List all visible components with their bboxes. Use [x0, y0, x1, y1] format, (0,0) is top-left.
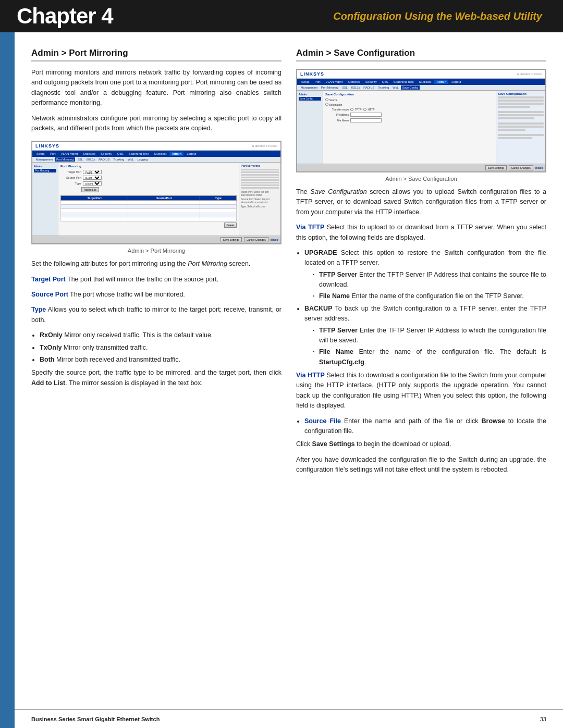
right-column: Admin > Save Configuration LINKSYS a div…: [296, 48, 546, 480]
nav-vlan: VLAN Mgmt: [59, 152, 80, 156]
linksys-logo-right: LINKSYS: [300, 71, 324, 77]
save-config-screenshot: LINKSYS a division of Cisco Setup Port V…: [296, 69, 546, 172]
nav-setup: Setup: [34, 152, 47, 156]
subnav-8021x: 802.1x: [85, 157, 97, 162]
bullet-both: Both Mirror both received and transmitte…: [40, 355, 282, 365]
left-intro-p1: Port mirroring monitors and mirrors netw…: [31, 68, 282, 108]
bullet-backup: BACKUP To back up the Switch configurati…: [304, 304, 546, 367]
add-to-list-button[interactable]: Add to List: [81, 187, 99, 192]
sub-tftp-server1: TFTP Server Enter the TFTP Server IP Add…: [313, 270, 546, 290]
chapter-title: Configuration Using the Web-based Utilit…: [333, 10, 546, 22]
linksys-ui-port-mirroring: LINKSYS a division of Cisco Setup Port V…: [32, 141, 281, 244]
save-config-right-panel: Save Configuration: [496, 91, 545, 164]
delete-button[interactable]: Delete: [224, 223, 237, 228]
tftp-bullet-list: UPGRADE Select this option to restore th…: [304, 248, 546, 367]
via-tftp-para: Via TFTP Select this to upload to or dow…: [296, 223, 546, 243]
nav-logout: Logout: [185, 152, 198, 156]
save-config-sidebar: Admin Save Config: [297, 91, 323, 164]
left-section-heading: Admin > Port Mirroring: [31, 48, 282, 61]
sub-file-name1: File Name Enter the name of the configur…: [313, 291, 546, 301]
linksys-footer-port: Save Settings Cancel Changes cisco: [32, 236, 280, 243]
linksys-ui-save-config: LINKSYS a division of Cisco Setup Port V…: [297, 69, 546, 172]
chapter-label: Chapter 4: [17, 4, 113, 29]
linksys-right-panel: Port Mirroring Target Port: Select the p…: [239, 163, 280, 236]
subnav-ssl: SSL: [76, 157, 84, 162]
content-area: Admin > Port Mirroring Port mirroring mo…: [15, 32, 563, 506]
type-para: Type Allows you to select which traffic …: [31, 305, 282, 325]
save-settings-button-port[interactable]: Save Settings: [221, 237, 242, 242]
after-download-text: After you have downloaded the configurat…: [296, 455, 546, 475]
click-save-text: Click Save Settings to begin the downloa…: [296, 439, 546, 449]
save-config-main: Save Configuration Source Destination Tr…: [323, 91, 496, 164]
bullet-source-file: Source File Enter the name and path of t…: [304, 416, 546, 437]
left-intro-p2: Network administrators configure port mi…: [31, 114, 282, 134]
linksys-nav: Setup Port VLAN Mgmt Statistics Security…: [32, 151, 280, 157]
port-mirroring-table: TargetPort SourcePort Type: [60, 195, 237, 221]
save-config-body: Admin Save Config Save Configuration Sou…: [297, 91, 545, 164]
cancel-changes-button-save[interactable]: Cancel Changes: [509, 165, 533, 170]
right-intro-text: The Save Configuration screen allows you…: [296, 187, 546, 217]
two-column-layout: Admin > Port Mirroring Port mirroring mo…: [31, 48, 546, 480]
http-bullet-list: Source File Enter the name and path of t…: [304, 416, 546, 437]
subnav-wol: WoL: [126, 157, 135, 162]
left-column: Admin > Port Mirroring Port mirroring mo…: [31, 48, 282, 480]
subnav-logging: Logging: [136, 157, 150, 162]
nav-qos: QoS: [115, 152, 126, 156]
right-section-heading: Admin > Save Configuration: [296, 48, 546, 61]
nav-multicast: Multicast: [152, 152, 169, 156]
subnav-radius: RADIUS: [97, 157, 111, 162]
source-port-para: Source Port The port whose traffic will …: [31, 290, 282, 300]
nav-port: Port: [48, 152, 58, 156]
sub-file-name2: File Name Enter the name of the configur…: [313, 347, 546, 367]
footer-right-text: 33: [540, 716, 546, 722]
specify-text: Specify the source port, the traffic typ…: [31, 368, 282, 388]
bullet-txonly: TxOnly Mirror only transmitted traffic.: [40, 343, 282, 353]
linksys-subnav-right: Management Port Mirroring SSL 802.1x RAD…: [297, 85, 545, 91]
post-screenshot-text: Set the following attributes for port mi…: [31, 259, 282, 269]
linksys-main-content: Port Mirroring Target Port Fa1/1 ▼ Sourc…: [58, 163, 239, 236]
linksys-body: Admin Port Mirroring Port Mirroring Targ…: [32, 163, 280, 236]
via-http-para: Via HTTP Select this to download a confi…: [296, 371, 546, 411]
footer-left-text: Business Series Smart Gigabit Ethernet S…: [31, 716, 160, 722]
page-footer: Business Series Smart Gigabit Ethernet S…: [15, 709, 563, 728]
port-mirroring-caption: Admin > Port Mirroring: [31, 248, 282, 254]
sidebar-stripe: [0, 32, 15, 728]
nav-spanning: Spanning Tree: [127, 152, 151, 156]
sub-tftp-server2: TFTP Server Enter the TFTP Server IP Add…: [313, 326, 546, 346]
save-settings-button-save[interactable]: Save Settings: [485, 165, 507, 170]
subnav-trunking: Trunking: [112, 157, 126, 162]
cancel-changes-button-port[interactable]: Cancel Changes: [244, 237, 268, 242]
bullet-upgrade: UPGRADE Select this option to restore th…: [304, 248, 546, 302]
save-config-caption: Admin > Save Configuration: [296, 176, 546, 182]
linksys-logo: LINKSYS: [35, 143, 59, 149]
nav-security: Security: [99, 152, 114, 156]
nav-admin: Admin: [169, 152, 183, 156]
nav-stats: Statistics: [81, 152, 97, 156]
header-bar: Chapter 4 Configuration Using the Web-ba…: [0, 0, 563, 32]
port-mirroring-screenshot: LINKSYS a division of Cisco Setup Port V…: [31, 141, 282, 244]
subnav-port-mirroring: Port Mirroring: [55, 157, 75, 162]
bullet-rxonly: RxOnly Mirror only received traffic. Thi…: [40, 330, 282, 340]
linksys-subnav: Management Port Mirroring SSL 802.1x RAD…: [32, 157, 280, 163]
subnav-management: Management: [34, 157, 54, 162]
linksys-nav-right: Setup Port VLAN Mgmt Statistics Security…: [297, 79, 545, 85]
linksys-footer-save: Save Settings Cancel Changes cisco: [297, 164, 545, 171]
target-port-para: Target Port The port that will mirror th…: [31, 275, 282, 285]
linksys-sidebar: Admin Port Mirroring: [32, 163, 58, 236]
type-bullet-list: RxOnly Mirror only received traffic. Thi…: [40, 330, 282, 365]
